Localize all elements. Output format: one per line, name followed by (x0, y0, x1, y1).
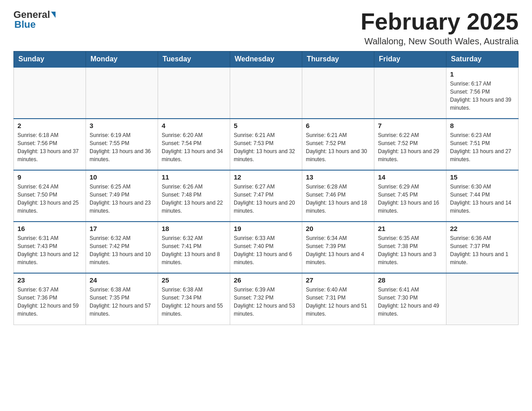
calendar-cell (86, 67, 158, 119)
column-header-wednesday: Wednesday (230, 51, 302, 68)
column-header-thursday: Thursday (302, 51, 374, 68)
day-info: Sunrise: 6:21 AMSunset: 7:52 PMDaylight:… (306, 131, 370, 163)
calendar-title: February 2025 (360, 9, 519, 34)
day-number: 22 (450, 225, 515, 232)
day-number: 5 (234, 122, 298, 129)
day-number: 10 (90, 173, 154, 181)
calendar-cell: 14Sunrise: 6:29 AMSunset: 7:45 PMDayligh… (374, 170, 446, 222)
day-info: Sunrise: 6:23 AMSunset: 7:51 PMDaylight:… (450, 131, 515, 163)
calendar-table: SundayMondayTuesdayWednesdayThursdayFrid… (13, 51, 519, 325)
logo-blue-text: Blue (14, 19, 36, 30)
day-number: 17 (90, 225, 154, 232)
day-info: Sunrise: 6:20 AMSunset: 7:54 PMDaylight:… (162, 131, 226, 163)
calendar-cell: 7Sunrise: 6:22 AMSunset: 7:52 PMDaylight… (374, 119, 446, 170)
calendar-cell: 24Sunrise: 6:38 AMSunset: 7:35 PMDayligh… (86, 273, 158, 325)
day-info: Sunrise: 6:17 AMSunset: 7:56 PMDaylight:… (450, 80, 515, 112)
day-number: 14 (378, 173, 442, 181)
calendar-cell: 27Sunrise: 6:40 AMSunset: 7:31 PMDayligh… (302, 273, 374, 325)
day-number: 23 (17, 276, 82, 284)
calendar-cell: 12Sunrise: 6:27 AMSunset: 7:47 PMDayligh… (230, 170, 302, 222)
day-number: 16 (17, 225, 82, 232)
day-info: Sunrise: 6:32 AMSunset: 7:42 PMDaylight:… (90, 234, 154, 266)
day-number: 12 (234, 173, 298, 181)
calendar-cell: 28Sunrise: 6:41 AMSunset: 7:30 PMDayligh… (374, 273, 446, 325)
calendar-cell (14, 67, 86, 119)
week-row-1: 1Sunrise: 6:17 AMSunset: 7:56 PMDaylight… (14, 67, 519, 119)
day-info: Sunrise: 6:24 AMSunset: 7:50 PMDaylight:… (17, 183, 82, 215)
day-info: Sunrise: 6:32 AMSunset: 7:41 PMDaylight:… (162, 234, 226, 266)
calendar-cell: 25Sunrise: 6:38 AMSunset: 7:34 PMDayligh… (158, 273, 230, 325)
day-number: 8 (450, 122, 515, 129)
day-info: Sunrise: 6:28 AMSunset: 7:46 PMDaylight:… (306, 183, 370, 215)
day-number: 21 (378, 225, 442, 232)
column-header-monday: Monday (86, 51, 158, 68)
calendar-cell: 6Sunrise: 6:21 AMSunset: 7:52 PMDaylight… (302, 119, 374, 170)
calendar-cell: 8Sunrise: 6:23 AMSunset: 7:51 PMDaylight… (446, 119, 519, 170)
week-row-4: 16Sunrise: 6:31 AMSunset: 7:43 PMDayligh… (14, 222, 519, 273)
column-header-friday: Friday (374, 51, 446, 68)
day-number: 6 (306, 122, 370, 129)
calendar-cell: 26Sunrise: 6:39 AMSunset: 7:32 PMDayligh… (230, 273, 302, 325)
day-number: 13 (306, 173, 370, 181)
calendar-cell: 23Sunrise: 6:37 AMSunset: 7:36 PMDayligh… (14, 273, 86, 325)
calendar-cell: 15Sunrise: 6:30 AMSunset: 7:44 PMDayligh… (446, 170, 519, 222)
day-info: Sunrise: 6:40 AMSunset: 7:31 PMDaylight:… (306, 286, 370, 318)
title-block: February 2025 Wallalong, New South Wales… (360, 9, 519, 47)
day-number: 24 (90, 276, 154, 284)
calendar-cell: 11Sunrise: 6:26 AMSunset: 7:48 PMDayligh… (158, 170, 230, 222)
page-header: General Blue February 2025 Wallalong, Ne… (13, 9, 519, 47)
logo: General Blue (13, 9, 56, 30)
day-info: Sunrise: 6:39 AMSunset: 7:32 PMDaylight:… (234, 286, 298, 318)
day-number: 7 (378, 122, 442, 129)
day-info: Sunrise: 6:19 AMSunset: 7:55 PMDaylight:… (90, 131, 154, 163)
day-number: 9 (17, 173, 82, 181)
calendar-cell (302, 67, 374, 119)
day-info: Sunrise: 6:31 AMSunset: 7:43 PMDaylight:… (17, 234, 82, 266)
calendar-cell (446, 273, 519, 325)
calendar-cell (230, 67, 302, 119)
calendar-cell: 18Sunrise: 6:32 AMSunset: 7:41 PMDayligh… (158, 222, 230, 273)
calendar-cell: 10Sunrise: 6:25 AMSunset: 7:49 PMDayligh… (86, 170, 158, 222)
day-number: 20 (306, 225, 370, 232)
column-header-sunday: Sunday (14, 51, 86, 68)
day-number: 4 (162, 122, 226, 129)
day-info: Sunrise: 6:38 AMSunset: 7:34 PMDaylight:… (162, 286, 226, 318)
calendar-cell: 2Sunrise: 6:18 AMSunset: 7:56 PMDaylight… (14, 119, 86, 170)
day-info: Sunrise: 6:33 AMSunset: 7:40 PMDaylight:… (234, 234, 298, 266)
day-info: Sunrise: 6:21 AMSunset: 7:53 PMDaylight:… (234, 131, 298, 163)
calendar-cell: 9Sunrise: 6:24 AMSunset: 7:50 PMDaylight… (14, 170, 86, 222)
day-number: 2 (17, 122, 82, 129)
calendar-cell: 20Sunrise: 6:34 AMSunset: 7:39 PMDayligh… (302, 222, 374, 273)
day-info: Sunrise: 6:25 AMSunset: 7:49 PMDaylight:… (90, 183, 154, 215)
calendar-cell (374, 67, 446, 119)
day-info: Sunrise: 6:35 AMSunset: 7:38 PMDaylight:… (378, 234, 442, 266)
column-header-saturday: Saturday (446, 51, 519, 68)
day-number: 28 (378, 276, 442, 284)
day-number: 3 (90, 122, 154, 129)
day-info: Sunrise: 6:38 AMSunset: 7:35 PMDaylight:… (90, 286, 154, 318)
day-info: Sunrise: 6:30 AMSunset: 7:44 PMDaylight:… (450, 183, 515, 215)
day-number: 1 (450, 70, 515, 78)
calendar-cell: 21Sunrise: 6:35 AMSunset: 7:38 PMDayligh… (374, 222, 446, 273)
calendar-cell: 3Sunrise: 6:19 AMSunset: 7:55 PMDaylight… (86, 119, 158, 170)
day-number: 11 (162, 173, 226, 181)
calendar-cell: 1Sunrise: 6:17 AMSunset: 7:56 PMDaylight… (446, 67, 519, 119)
day-info: Sunrise: 6:37 AMSunset: 7:36 PMDaylight:… (17, 286, 82, 318)
day-number: 27 (306, 276, 370, 284)
day-info: Sunrise: 6:29 AMSunset: 7:45 PMDaylight:… (378, 183, 442, 215)
day-info: Sunrise: 6:27 AMSunset: 7:47 PMDaylight:… (234, 183, 298, 215)
calendar-header-row: SundayMondayTuesdayWednesdayThursdayFrid… (14, 51, 519, 68)
day-number: 25 (162, 276, 226, 284)
day-number: 18 (162, 225, 226, 232)
day-number: 26 (234, 276, 298, 284)
calendar-subtitle: Wallalong, New South Wales, Australia (360, 36, 519, 47)
calendar-cell: 16Sunrise: 6:31 AMSunset: 7:43 PMDayligh… (14, 222, 86, 273)
day-info: Sunrise: 6:18 AMSunset: 7:56 PMDaylight:… (17, 131, 82, 163)
logo-arrow-icon (51, 12, 56, 18)
day-info: Sunrise: 6:36 AMSunset: 7:37 PMDaylight:… (450, 234, 515, 266)
calendar-cell: 19Sunrise: 6:33 AMSunset: 7:40 PMDayligh… (230, 222, 302, 273)
calendar-cell: 4Sunrise: 6:20 AMSunset: 7:54 PMDaylight… (158, 119, 230, 170)
day-info: Sunrise: 6:41 AMSunset: 7:30 PMDaylight:… (378, 286, 442, 318)
calendar-cell: 17Sunrise: 6:32 AMSunset: 7:42 PMDayligh… (86, 222, 158, 273)
day-info: Sunrise: 6:26 AMSunset: 7:48 PMDaylight:… (162, 183, 226, 215)
